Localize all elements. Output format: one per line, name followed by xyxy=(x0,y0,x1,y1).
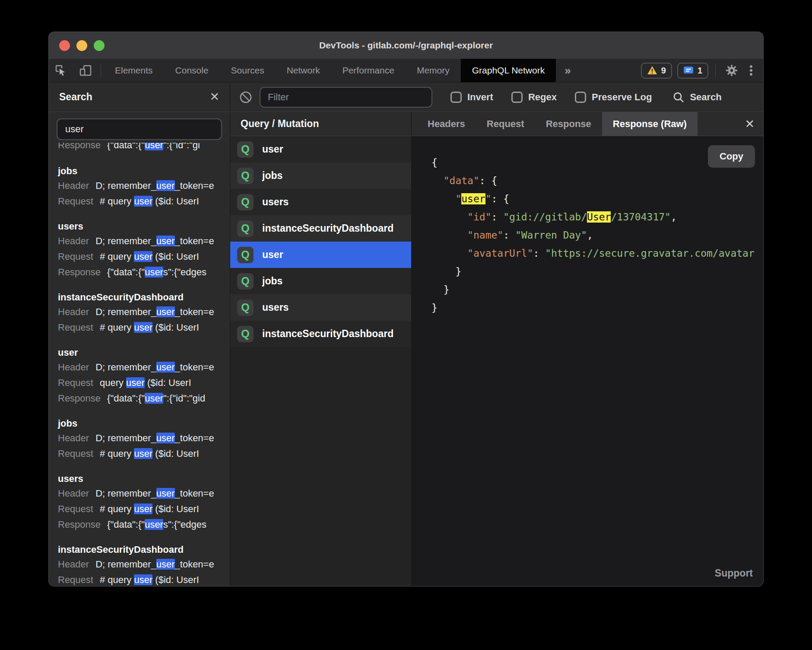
response-raw-content: Copy { "data": { "user": { "id": "gid://… xyxy=(412,136,763,586)
toolbar-right-cluster: 9 1 xyxy=(641,59,763,82)
text-segment: # query xyxy=(100,251,134,262)
text-segment: } xyxy=(431,302,438,313)
text-segment: : { xyxy=(492,193,510,204)
search-results: Response{"data":{"user":{"id":"gijobsHea… xyxy=(49,143,230,586)
search-hit-yellow: user xyxy=(461,193,485,204)
query-type-badge: Q xyxy=(237,247,254,263)
result-line-label: Header xyxy=(58,433,89,443)
search-result-line[interactable]: HeaderD; remember_user_token=e xyxy=(58,486,221,501)
result-section-title: users xyxy=(58,472,221,486)
detail-tab-response[interactable]: Response xyxy=(535,112,602,136)
minimize-traffic-light[interactable] xyxy=(76,40,87,51)
search-result-line[interactable]: Request# query user ($id: UserI xyxy=(58,501,221,517)
preserve-log-checkbox[interactable]: Preserve Log xyxy=(575,92,652,103)
messages-badge[interactable]: 1 xyxy=(677,63,708,79)
result-line-label: Response xyxy=(58,143,101,150)
block-icon[interactable] xyxy=(239,90,253,104)
search-hit-blue: user xyxy=(134,322,152,333)
detail-tab-response-raw-[interactable]: Response (Raw) xyxy=(602,112,698,136)
support-link[interactable]: Support xyxy=(715,567,753,579)
result-section-title: jobs xyxy=(58,416,221,430)
search-hit-blue: user xyxy=(156,306,175,317)
search-panel-close-icon[interactable]: ✕ xyxy=(209,91,219,103)
text-segment: ($id: UserI xyxy=(152,448,199,459)
search-result-line[interactable]: Response{"data":{"users":{"edges xyxy=(58,517,221,532)
tab-memory[interactable]: Memory xyxy=(406,59,461,82)
result-line-label: Request xyxy=(58,503,93,514)
query-row-users[interactable]: Qusers xyxy=(230,294,411,321)
filter-input[interactable] xyxy=(260,87,432,108)
search-result-line[interactable]: Response{"data":{"user":{"id":"gi xyxy=(58,143,221,153)
preserve-log-checkbox-box[interactable] xyxy=(575,92,586,103)
result-line-label: Header xyxy=(58,559,89,570)
kebab-menu-icon[interactable] xyxy=(746,64,756,77)
regex-checkbox[interactable]: Regex xyxy=(511,92,557,103)
text-segment: {"data":{" xyxy=(107,393,145,404)
query-type-badge: Q xyxy=(237,168,254,184)
invert-checkbox-box[interactable] xyxy=(450,92,462,103)
more-tabs-chevron[interactable]: » xyxy=(556,59,579,82)
device-toolbar-icon[interactable] xyxy=(73,59,98,82)
search-toggle[interactable]: Search xyxy=(672,91,721,103)
tab-graphql-network[interactable]: GraphQL Network xyxy=(461,59,556,82)
search-result-line[interactable]: Response{"data":{"user":{"id":"gid xyxy=(58,391,221,406)
tab-performance[interactable]: Performance xyxy=(331,59,406,82)
search-result-line[interactable]: Response{"data":{"users":{"edges xyxy=(58,264,221,280)
json-line: "user": { xyxy=(431,190,763,208)
text-segment: "https://secure.gravatar.com/avatar xyxy=(545,248,755,259)
text-segment: D; remember_ xyxy=(95,236,156,246)
query-row-jobs[interactable]: Qjobs xyxy=(230,268,411,294)
query-type-badge: Q xyxy=(237,141,254,158)
detail-tab-headers[interactable]: Headers xyxy=(417,112,476,136)
text-segment: ($id: UserI xyxy=(152,503,199,514)
query-row-users[interactable]: Qusers xyxy=(230,189,411,215)
query-type-badge: Q xyxy=(237,273,254,290)
search-result-line[interactable]: Request# query user ($id: UserI xyxy=(58,249,221,264)
query-row-user[interactable]: Quser xyxy=(230,136,411,162)
search-result-line[interactable]: HeaderD; remember_user_token=e xyxy=(58,557,221,572)
search-hit-blue: user xyxy=(145,519,163,530)
search-hit-blue: user xyxy=(145,143,163,150)
gear-icon[interactable] xyxy=(723,64,741,77)
search-input[interactable] xyxy=(57,118,222,140)
detail-tab-request[interactable]: Request xyxy=(476,112,535,136)
search-result-line[interactable]: HeaderD; remember_user_token=e xyxy=(58,430,221,446)
zoom-traffic-light[interactable] xyxy=(94,40,105,51)
invert-checkbox[interactable]: Invert xyxy=(450,92,493,103)
tab-elements[interactable]: Elements xyxy=(104,59,164,82)
search-result-line[interactable]: HeaderD; remember_user_token=e xyxy=(58,360,221,375)
clipped-result-line: Response{"data":{"user":{"id":"gi xyxy=(58,143,221,154)
query-row-instanceSecurityDashboard[interactable]: QinstanceSecurityDashboard xyxy=(230,215,411,242)
result-line-label: Header xyxy=(58,180,89,191)
search-result-line[interactable]: Request# query user ($id: UserI xyxy=(58,320,221,335)
query-row-user-selected[interactable]: Quser xyxy=(230,242,411,268)
text-segment: s":{"edges xyxy=(163,267,206,277)
tab-sources[interactable]: Sources xyxy=(220,59,276,82)
close-traffic-light[interactable] xyxy=(59,40,70,51)
search-hit-blue: user xyxy=(156,236,175,246)
query-row-jobs[interactable]: Qjobs xyxy=(230,162,411,189)
text-segment: " xyxy=(455,193,461,204)
message-icon xyxy=(683,66,694,75)
search-hit-blue: user xyxy=(145,393,163,404)
text-segment: ":{"id":"gi xyxy=(163,143,200,150)
search-result-line[interactable]: Request# query user ($id: UserI xyxy=(58,446,221,462)
regex-checkbox-box[interactable] xyxy=(511,92,523,103)
search-result-line[interactable]: Requestquery user ($id: UserI xyxy=(58,375,221,391)
tab-console[interactable]: Console xyxy=(164,59,220,82)
result-line-label: Header xyxy=(58,236,89,246)
search-result-line[interactable]: HeaderD; remember_user_token=e xyxy=(58,304,221,320)
search-hit-blue: user xyxy=(156,362,175,373)
detail-panel-close-icon[interactable]: ✕ xyxy=(745,112,755,136)
warnings-badge[interactable]: 9 xyxy=(641,63,672,79)
search-result-line[interactable]: HeaderD; remember_user_token=e xyxy=(58,233,221,249)
text-segment: " xyxy=(485,193,492,204)
inspect-icon[interactable] xyxy=(49,59,73,82)
search-result-line[interactable]: Request# query user ($id: UserI xyxy=(58,572,221,586)
search-result-line[interactable]: HeaderD; remember_user_token=e xyxy=(58,178,221,194)
search-result-line[interactable]: Request# query user ($id: UserI xyxy=(58,194,221,209)
copy-button[interactable]: Copy xyxy=(708,145,755,168)
query-row-instanceSecurityDashboard[interactable]: QinstanceSecurityDashboard xyxy=(230,321,411,347)
tab-network[interactable]: Network xyxy=(276,59,331,82)
toolbar-divider-2 xyxy=(715,64,716,76)
